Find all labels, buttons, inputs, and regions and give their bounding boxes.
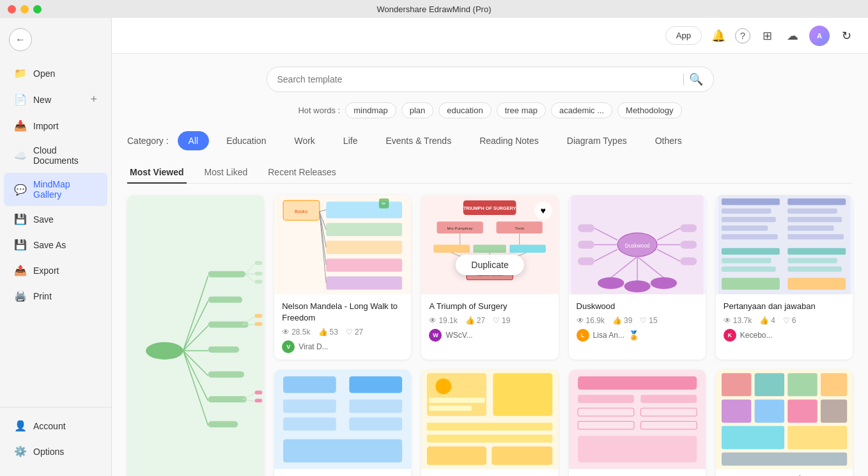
refresh-icon[interactable]: ↻	[837, 27, 855, 45]
template-card[interactable]: TRIUMPH OF SURGERY Mrs Pumphrey Tricki	[421, 195, 558, 360]
svg-rect-10	[208, 297, 243, 303]
tab-most-liked[interactable]: Most Liked	[202, 162, 251, 184]
sidebar-item-label: Account	[33, 421, 97, 431]
svg-rect-105	[283, 418, 336, 431]
likes-count: 👍 53	[318, 328, 338, 337]
svg-rect-13	[208, 371, 244, 377]
svg-rect-115	[493, 374, 553, 416]
svg-rect-95	[722, 258, 771, 263]
svg-rect-126	[578, 422, 634, 429]
sidebar-item-label: Export	[33, 266, 97, 276]
svg-rect-71	[578, 224, 594, 232]
card-thumbnail	[274, 370, 411, 469]
sidebar-item-new[interactable]: 📄 New +	[4, 86, 107, 113]
cloud-upload-icon[interactable]: ☁	[784, 27, 802, 45]
import-icon: 📥	[14, 120, 27, 132]
sidebar-item-gallery[interactable]: 💬 MindMap Gallery	[4, 173, 107, 206]
svg-rect-114	[429, 406, 472, 411]
card-author: L Lisa An... 🏅	[577, 329, 698, 342]
heart-icon: ♡	[346, 328, 353, 337]
cat-btn-others[interactable]: Others	[644, 131, 693, 150]
close-button[interactable]	[8, 5, 16, 13]
cat-btn-all[interactable]: All	[178, 131, 210, 150]
views-count: 👁 13.7k	[724, 316, 752, 325]
new-icon: 📄	[14, 93, 27, 106]
back-icon: ←	[15, 34, 26, 45]
sidebar-item-label: Cloud Documents	[33, 145, 97, 166]
svg-rect-25	[255, 322, 263, 326]
author-avatar: L	[577, 329, 589, 342]
grid-icon[interactable]: ⊞	[758, 27, 776, 45]
svg-rect-20	[255, 272, 263, 276]
sidebar-item-cloud[interactable]: ☁️ Cloud Documents	[4, 139, 107, 172]
sidebar-item-import[interactable]: 📥 Import	[4, 113, 107, 138]
minimize-button[interactable]	[20, 5, 29, 13]
svg-rect-34	[326, 223, 402, 236]
svg-rect-12	[208, 346, 240, 353]
card-thumbnail	[127, 195, 264, 476]
sidebar-item-save[interactable]: 💾 Save	[4, 207, 107, 232]
cat-btn-life[interactable]: Life	[332, 131, 369, 150]
sidebar-item-print[interactable]: 🖨️ Print	[4, 283, 107, 308]
eye-icon: 👁	[282, 328, 290, 337]
search-button[interactable]: 🔍	[689, 72, 703, 86]
svg-rect-15	[208, 421, 238, 427]
cat-btn-diagram[interactable]: Diagram Types	[556, 131, 638, 150]
search-input[interactable]	[277, 74, 678, 84]
back-button[interactable]: ←	[9, 28, 32, 51]
cat-btn-events[interactable]: Events & Trends	[375, 131, 462, 150]
sidebar-item-account[interactable]: 👤 Account	[4, 413, 107, 438]
svg-rect-96	[722, 267, 776, 272]
duplicate-overlay[interactable]: Duplicate	[456, 255, 523, 275]
template-card[interactable]	[421, 370, 558, 476]
template-card[interactable]: Pertanyaan dan jawaban 👁 13.7k 👍 4	[716, 195, 853, 360]
svg-rect-21	[255, 280, 263, 283]
plus-icon: +	[90, 93, 97, 106]
help-icon[interactable]: ?	[735, 28, 750, 44]
cat-btn-education[interactable]: Education	[215, 131, 277, 150]
sidebar-item-open[interactable]: 📁 Open	[4, 61, 107, 86]
template-card[interactable]	[127, 195, 264, 476]
cat-btn-work[interactable]: Work	[283, 131, 325, 150]
template-card[interactable]	[569, 370, 706, 476]
hot-tag-mindmap[interactable]: mindmap	[345, 102, 396, 118]
gold-badge: 🏅	[628, 330, 639, 340]
cat-btn-reading[interactable]: Reading Notes	[469, 131, 550, 150]
hot-tag-plan[interactable]: plan	[401, 102, 434, 118]
svg-rect-35	[326, 241, 402, 254]
bell-icon[interactable]: 🔔	[709, 27, 727, 45]
tab-most-viewed[interactable]: Most Viewed	[127, 162, 187, 184]
svg-text:✏: ✏	[382, 201, 386, 207]
template-card[interactable]: องค์ประกอบของการสื่อสาร 👁 13.4k 👍 16	[716, 370, 853, 476]
sidebar-item-label: MindMap Gallery	[33, 179, 97, 200]
export-icon: 📤	[14, 264, 27, 276]
svg-rect-98	[787, 258, 837, 263]
app-button[interactable]: App	[665, 26, 702, 45]
content-area: 🔍 Hot words : mindmap plan education tre…	[112, 54, 868, 476]
template-card[interactable]: Books	[274, 195, 411, 360]
maximize-button[interactable]	[33, 5, 42, 13]
hot-tag-education[interactable]: education	[438, 102, 491, 118]
sidebar-item-saveas[interactable]: 💾 Save As	[4, 232, 107, 257]
author-name: Kecebo...	[740, 331, 773, 340]
tab-recent[interactable]: Recent Releases	[265, 162, 339, 184]
hot-tag-methodology[interactable]: Methodology	[617, 102, 681, 118]
hot-tag-treemap[interactable]: tree map	[497, 102, 546, 118]
avatar[interactable]: A	[809, 26, 830, 46]
heart-icon: ♡	[640, 316, 647, 325]
sidebar-item-export[interactable]: 📤 Export	[4, 258, 107, 283]
author-name: Virat D...	[298, 342, 328, 351]
svg-rect-134	[722, 400, 752, 423]
svg-rect-116	[427, 423, 552, 431]
template-card[interactable]: Duskwood	[569, 195, 706, 360]
svg-rect-94	[722, 248, 780, 255]
save-icon: 💾	[14, 213, 27, 225]
svg-point-1	[146, 342, 183, 360]
hot-tag-academic[interactable]: academic ...	[551, 102, 612, 118]
search-divider	[683, 74, 684, 85]
svg-rect-123	[640, 395, 697, 403]
sidebar-item-options[interactable]: ⚙️ Options	[4, 439, 107, 464]
card-thumbnail: Books	[274, 195, 411, 294]
heart-button[interactable]: ♥	[534, 202, 552, 219]
template-card[interactable]	[274, 370, 411, 476]
